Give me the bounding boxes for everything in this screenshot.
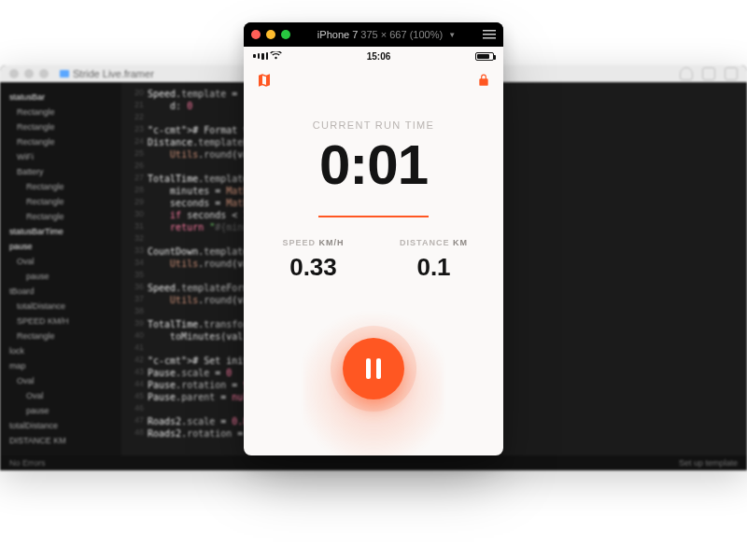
- layer-item[interactable]: Rectangle: [6, 194, 116, 209]
- framer-title-text: Stride Live.framer: [73, 68, 154, 79]
- phone-screen: 15:06 CURRENT RUN TIME 0:01 SPEED KM/H 0…: [244, 47, 503, 455]
- speed-label: SPEED: [282, 238, 316, 247]
- lock-icon[interactable]: [477, 73, 490, 88]
- zoom-dot[interactable]: [281, 30, 290, 39]
- phone-preview-window: iPhone 7 375 × 667 (100%) ▼ 15:06: [244, 22, 503, 455]
- layer-item[interactable]: statusBar: [6, 90, 116, 105]
- layer-item[interactable]: Oval: [6, 254, 116, 269]
- stat-speed: SPEED KM/H 0.33: [253, 238, 374, 282]
- signal-icon: [258, 53, 261, 59]
- pause-button[interactable]: [343, 338, 404, 399]
- layer-item[interactable]: SPEED KM/H: [6, 314, 116, 329]
- hamburger-icon[interactable]: [483, 30, 496, 39]
- pause-area: [244, 282, 503, 455]
- close-dot[interactable]: [9, 69, 19, 78]
- map-icon[interactable]: [257, 73, 272, 88]
- framer-statusbar: No Errors Set up template: [0, 455, 747, 470]
- speed-unit: KM/H: [319, 238, 345, 247]
- layer-item[interactable]: Rectangle: [6, 329, 116, 343]
- layer-item[interactable]: Rectangle: [6, 134, 116, 149]
- distance-unit: KM: [453, 238, 468, 247]
- framer-titlebar-actions[interactable]: [680, 67, 738, 80]
- cloud-icon[interactable]: [680, 67, 693, 80]
- layer-item[interactable]: WiFi: [6, 149, 116, 164]
- layer-item[interactable]: map: [6, 358, 116, 373]
- stats-row: SPEED KM/H 0.33 DISTANCE KM 0.1: [244, 238, 503, 282]
- ios-statusbar: 15:06: [244, 47, 503, 65]
- layer-item[interactable]: lock: [6, 343, 116, 358]
- layer-item[interactable]: tBoard: [6, 284, 116, 299]
- chevron-down-icon[interactable]: ▼: [448, 31, 456, 39]
- close-dot[interactable]: [251, 30, 261, 39]
- window-traffic-lights[interactable]: [9, 69, 49, 78]
- layer-item[interactable]: totalDistance: [6, 418, 116, 433]
- signal-icon: [253, 54, 256, 58]
- ios-time: 15:06: [367, 51, 391, 62]
- layer-item[interactable]: Rectangle: [6, 179, 116, 194]
- status-hint: Set up template: [679, 458, 738, 468]
- layer-item[interactable]: pause: [6, 239, 116, 254]
- layer-item[interactable]: Oval: [6, 388, 116, 403]
- layer-item[interactable]: Rectangle: [6, 209, 116, 224]
- framer-title: Stride Live.framer: [60, 68, 154, 79]
- layer-item[interactable]: totalDistance: [6, 299, 116, 314]
- layer-item[interactable]: DISTANCE KM: [6, 433, 116, 448]
- layer-item[interactable]: Battery: [6, 164, 116, 179]
- divider: [318, 216, 429, 217]
- run-time-label: CURRENT RUN TIME: [244, 119, 503, 131]
- layer-item[interactable]: pause: [6, 269, 116, 284]
- device-dims: 375 × 667: [360, 29, 406, 40]
- folder-icon: [60, 70, 69, 77]
- distance-label: DISTANCE: [400, 238, 449, 247]
- signal-icon: [266, 52, 269, 61]
- layer-item[interactable]: Oval: [6, 373, 116, 388]
- layer-item[interactable]: pause: [6, 403, 116, 418]
- chat-icon[interactable]: [702, 67, 715, 80]
- app-header: [244, 65, 503, 95]
- layer-panel[interactable]: statusBarRectangleRectangleRectangleWiFi…: [0, 82, 121, 455]
- wifi-icon: [270, 51, 282, 62]
- zoom-dot[interactable]: [39, 69, 49, 78]
- battery-icon: [475, 52, 494, 61]
- distance-value: 0.1: [374, 253, 494, 282]
- status-errors: No Errors: [9, 458, 46, 468]
- pause-icon: [366, 358, 371, 379]
- layer-item[interactable]: Rectangle: [6, 119, 116, 134]
- layer-item[interactable]: statusBarTime: [6, 224, 116, 239]
- device-zoom: (100%): [410, 29, 443, 40]
- min-dot[interactable]: [24, 69, 34, 78]
- more-icon[interactable]: [725, 67, 738, 80]
- speed-value: 0.33: [253, 253, 374, 282]
- device-name: iPhone 7: [317, 29, 358, 40]
- layer-item[interactable]: Rectangle: [6, 105, 116, 119]
- stat-distance: DISTANCE KM 0.1: [374, 238, 494, 282]
- pause-icon: [376, 358, 381, 379]
- min-dot[interactable]: [266, 30, 275, 39]
- device-title[interactable]: iPhone 7 375 × 667 (100%) ▼: [296, 29, 477, 40]
- signal-icon: [261, 53, 264, 60]
- code-gutter: 2021222324252627282930313233343536373839…: [121, 82, 148, 455]
- run-time-value: 0:01: [244, 133, 503, 197]
- phone-window-chrome[interactable]: iPhone 7 375 × 667 (100%) ▼: [244, 22, 503, 47]
